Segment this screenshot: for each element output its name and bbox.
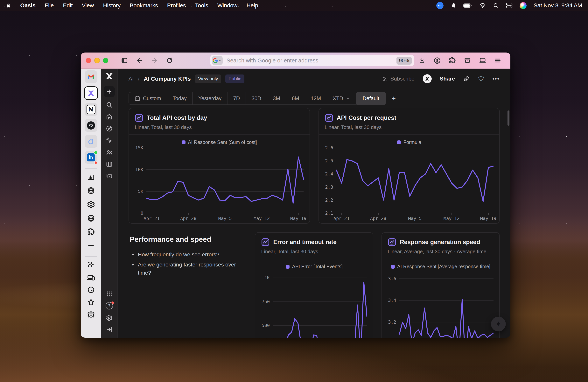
video-boards-icon[interactable] (106, 172, 113, 180)
chart-legend[interactable]: AI Response Sent [Sum of cost] (132, 139, 306, 145)
tab-12m[interactable]: 12M (305, 92, 327, 105)
chart-card-api-cost-per-request[interactable]: API Cost per request Linear, Total, last… (318, 108, 500, 224)
app-gmail[interactable] (84, 70, 97, 83)
more-options-button[interactable]: ••• (493, 76, 500, 82)
tab-today[interactable]: Today (167, 92, 193, 105)
chart-card-total-api-cost[interactable]: Total API cost by day Linear, Total, las… (128, 108, 310, 224)
subscribe-button[interactable]: Subscribe (382, 76, 415, 82)
people-icon[interactable] (106, 149, 113, 156)
settings-gear-icon[interactable] (106, 314, 113, 321)
zoom-app-status-icon[interactable]: zm (436, 2, 443, 9)
gear-icon[interactable] (87, 311, 95, 319)
share-button[interactable]: Share (440, 76, 455, 82)
legend-swatch (391, 265, 395, 269)
menu-app-name[interactable]: Oasis (20, 2, 36, 9)
menu-hamburger-icon[interactable] (494, 57, 502, 64)
compass-explore-icon[interactable] (106, 125, 113, 132)
help-button[interactable]: ? (105, 302, 113, 309)
control-center-icon[interactable] (506, 2, 513, 9)
menu-item-history[interactable]: History (103, 2, 121, 9)
forward-button[interactable] (151, 57, 158, 64)
apple-menu-icon[interactable] (6, 2, 11, 9)
plot-area[interactable] (147, 148, 304, 213)
chart-card-response-speed[interactable]: Response generation speed Linear, Averag… (381, 232, 500, 338)
breadcrumb-root[interactable]: AI (128, 76, 134, 82)
extensions-icon[interactable] (448, 57, 456, 64)
search-engine-chip[interactable] (212, 56, 223, 65)
sidebar-toggle-icon[interactable] (121, 57, 128, 64)
plus-icon[interactable] (87, 241, 95, 249)
sparkles-icon[interactable] (87, 261, 95, 269)
puzzle-extension-icon[interactable] (87, 228, 95, 236)
close-window-button[interactable] (86, 58, 91, 63)
laptop-devices-icon[interactable] (479, 57, 486, 64)
page-scrollbar-thumb[interactable] (507, 110, 509, 126)
menu-item-help[interactable]: Help (247, 2, 258, 9)
downloads-icon[interactable] (418, 57, 426, 64)
battery-icon[interactable] (463, 3, 472, 8)
app-github[interactable] (84, 119, 97, 132)
chart-legend[interactable]: API Error [Total Events] (258, 264, 370, 269)
profile-icon[interactable] (433, 57, 441, 64)
tab-default[interactable]: Default (356, 92, 386, 105)
clock-history-icon[interactable] (87, 286, 95, 294)
menu-item-window[interactable]: Window (217, 2, 237, 9)
chart-legend[interactable]: Formula (322, 139, 496, 145)
tab-6m[interactable]: 6M (286, 92, 305, 105)
menu-item-tools[interactable]: Tools (195, 2, 208, 9)
siri-icon[interactable] (520, 2, 526, 9)
collapse-sidebar-icon[interactable] (106, 326, 113, 333)
menu-item-file[interactable]: File (45, 2, 54, 9)
llama-status-icon[interactable] (451, 2, 456, 9)
menu-item-profiles[interactable]: Profiles (167, 2, 186, 9)
app-analytics-selected[interactable] (84, 86, 98, 100)
globe-icon[interactable] (87, 187, 95, 195)
app-notion[interactable]: N (84, 103, 97, 116)
star-favorites-icon[interactable] (87, 298, 95, 306)
apps-grid-icon[interactable] (106, 291, 113, 297)
favorite-heart-button[interactable]: ♡ (478, 75, 484, 83)
cursor-events-icon[interactable] (106, 137, 113, 144)
board-columns-icon[interactable] (106, 161, 113, 168)
page-title[interactable]: AI Company KPIs (144, 76, 191, 82)
app-blue-ring[interactable] (84, 135, 97, 148)
plot-area[interactable] (336, 148, 494, 213)
menu-item-bookmarks[interactable]: Bookmarks (130, 2, 158, 9)
plot-area[interactable] (399, 272, 494, 338)
address-bar[interactable]: 90% (210, 55, 414, 66)
tab-7d[interactable]: 7D (228, 92, 246, 105)
reload-button[interactable] (166, 57, 173, 64)
add-time-range-button[interactable]: + (392, 94, 396, 103)
ai-assistant-button[interactable]: ✦ (491, 317, 506, 331)
tab-yesterday[interactable]: Yesterday (193, 92, 228, 105)
page-zoom-badge[interactable]: 90% (397, 57, 412, 64)
plot-area[interactable] (273, 272, 367, 338)
gear-icon[interactable] (87, 200, 95, 209)
bar-chart-app-icon[interactable] (87, 173, 95, 181)
archive-box-icon[interactable] (463, 57, 471, 64)
search-icon[interactable] (106, 101, 113, 108)
chart-legend[interactable]: AI Response Sent [Average response time] (385, 264, 496, 269)
menu-item-edit[interactable]: Edit (63, 2, 73, 9)
tab-30d[interactable]: 30D (246, 92, 267, 105)
app-linkedin[interactable]: in (84, 151, 97, 164)
tab-xtd[interactable]: XTD (327, 92, 357, 105)
tab-3m[interactable]: 3M (267, 92, 286, 105)
workspace-avatar[interactable] (423, 74, 432, 83)
back-button[interactable] (136, 57, 143, 64)
new-report-button[interactable] (104, 86, 115, 97)
globe-icon[interactable] (87, 214, 95, 222)
copy-link-button[interactable] (463, 75, 470, 82)
tab-custom[interactable]: Custom (129, 92, 167, 105)
zoom-window-button[interactable] (103, 58, 108, 63)
chart-card-error-rate[interactable]: Error and timeout rate Linear, Total, la… (255, 232, 373, 338)
spotlight-search-icon[interactable] (493, 2, 499, 9)
app-logo-icon[interactable] (105, 72, 114, 82)
wifi-icon[interactable] (479, 2, 486, 8)
menu-item-view[interactable]: View (82, 2, 94, 9)
minimize-window-button[interactable] (94, 58, 100, 63)
devices-icon[interactable] (87, 273, 95, 281)
url-input[interactable] (223, 57, 397, 64)
menu-clock[interactable]: Sat Nov 8 9:34 AM (534, 2, 582, 9)
home-icon[interactable] (106, 113, 113, 120)
